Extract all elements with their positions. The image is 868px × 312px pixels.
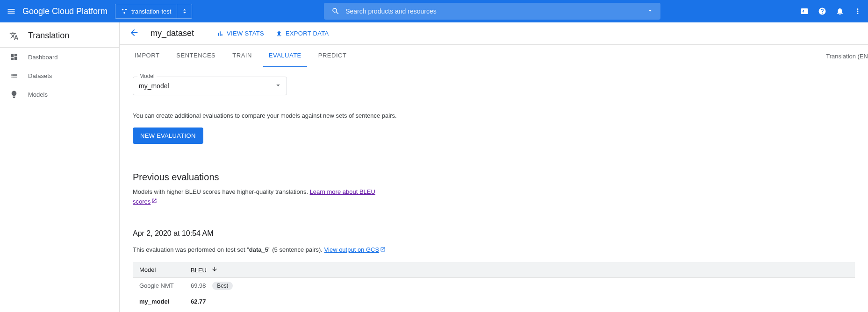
best-badge: Best [212,282,233,290]
sidebar-item-label: Datasets [28,72,52,79]
tab-import[interactable]: IMPORT [129,45,165,67]
tab-sentences[interactable]: SENTENCES [171,45,221,67]
previous-evaluations-sub: Models with higher BLEU scores have high… [133,187,376,207]
project-selector[interactable]: translation-test [115,4,192,19]
sort-arrow-down-icon [211,266,218,274]
model-select[interactable]: my_model [133,77,287,95]
cell-model: Google NMT [133,277,184,294]
sidebar-item-models[interactable]: Models [0,85,119,104]
svg-point-1 [125,9,127,11]
th-model[interactable]: Model [133,262,184,278]
cell-bleu: 69.98 Best [184,277,855,294]
sidebar-item-label: Dashboard [28,54,58,61]
cell-model: my_model [133,294,184,309]
view-stats-label: VIEW STATS [227,30,264,37]
tab-predict[interactable]: PREDICT [313,45,352,67]
dashboard-icon [9,52,19,62]
content-area: Model my_model You can create additional… [120,67,868,312]
sidebar-item-label: Models [28,91,48,98]
new-evaluation-button[interactable]: NEW EVALUATION [133,128,203,144]
project-name: translation-test [131,8,171,15]
section-sub-text: Models with higher BLEU scores have high… [133,188,310,195]
list-icon [9,71,19,80]
search-dropdown-icon[interactable] [647,8,653,15]
search-icon [331,7,340,15]
table-row: Google NMT 69.98 Best [133,277,855,294]
hamburger-menu-icon[interactable] [6,6,17,17]
external-link-icon [151,197,157,207]
project-selector-toggle[interactable] [177,4,192,19]
cloud-shell-icon[interactable] [800,7,809,16]
search-area [192,3,792,20]
top-bar: Google Cloud Platform translation-test [0,0,868,22]
more-vert-icon[interactable] [853,7,862,16]
search-box[interactable] [324,3,660,20]
svg-point-0 [122,9,124,11]
project-selector-main[interactable]: translation-test [115,8,177,15]
page-header: my_dataset VIEW STATS EXPORT DATA [120,22,868,45]
back-arrow-icon[interactable] [129,28,139,39]
model-select-wrap: Model my_model [133,77,287,95]
export-data-label: EXPORT DATA [286,30,329,37]
notifications-icon[interactable] [835,7,845,16]
tab-evaluate[interactable]: EVALUATE [263,45,307,67]
external-link-icon [380,247,386,254]
model-select-label: Model [137,73,157,79]
logo-text: Google Cloud Platform [22,7,108,16]
th-bleu[interactable]: BLEU [184,262,855,278]
sidebar-header[interactable]: Translation [0,26,119,48]
evaluate-description: You can create additional evaluations to… [133,112,855,119]
evaluation-timestamp: Apr 2, 2020 at 10:54 AM [133,229,855,238]
lightbulb-icon [9,90,19,99]
table-header-row: Model BLEU [133,262,855,278]
help-icon[interactable] [818,7,827,16]
tabs-row: IMPORT SENTENCES TRAIN EVALUATE PREDICT … [120,45,868,67]
cell-bleu: 62.77 [184,294,855,309]
previous-evaluations-heading: Previous evaluations [133,172,855,183]
view-stats-button[interactable]: VIEW STATS [216,30,264,37]
sidebar-item-dashboard[interactable]: Dashboard [0,48,119,66]
breadcrumb-right: Translation (EN [826,45,868,67]
sidebar: Translation Dashboard Datasets Models [0,22,120,312]
main-content: my_dataset VIEW STATS EXPORT DATA IMPORT… [120,22,868,312]
view-output-gcs-link[interactable]: View output on GCS [324,246,386,253]
sidebar-title: Translation [28,31,69,41]
export-data-button[interactable]: EXPORT DATA [275,30,329,37]
evaluation-description: This evaluation was performed on test se… [133,246,855,254]
top-right-actions [800,7,862,16]
sidebar-item-datasets[interactable]: Datasets [0,66,119,85]
svg-point-2 [123,12,125,14]
search-input[interactable] [345,7,642,15]
translation-icon [9,31,19,41]
page-title: my_dataset [151,28,194,38]
evaluation-table: Model BLEU Google NMT 69.98 [133,262,855,309]
table-row: my_model 62.77 [133,294,855,309]
test-set-name: data_5 [249,246,268,253]
tab-train[interactable]: TRAIN [227,45,258,67]
